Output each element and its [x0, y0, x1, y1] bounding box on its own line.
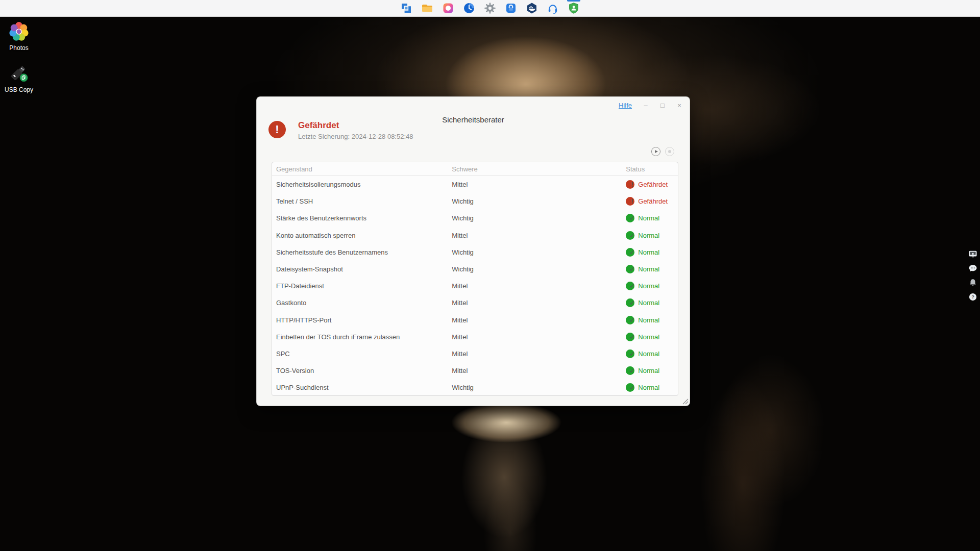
security-advisor-icon[interactable]	[568, 0, 580, 16]
usb-stick-icon	[8, 62, 30, 85]
row-status-label: Gefährdet	[638, 181, 668, 188]
table-header-row: Gegenstand Schwere Status	[272, 162, 678, 176]
table-row[interactable]: Stärke des Benutzerkennworts Wichtig Nor…	[272, 210, 678, 227]
danger-exclamation-icon: !	[268, 121, 286, 138]
table-row[interactable]: HTTP/HTTPS-Port Mittel Normal	[272, 312, 678, 329]
status-icon	[626, 349, 634, 358]
status-icon	[626, 214, 634, 222]
row-status-label: Normal	[638, 282, 659, 290]
row-item-label: Stärke des Benutzerkennworts	[272, 214, 448, 222]
row-status-cell: Normal	[622, 383, 678, 392]
row-status-label: Normal	[638, 265, 659, 273]
row-status-cell: Normal	[622, 265, 678, 273]
settings-gear-icon[interactable]	[484, 0, 496, 16]
maximize-button[interactable]: □	[659, 102, 666, 109]
table-row[interactable]: SPC Mittel Normal	[272, 345, 678, 362]
status-icon	[626, 366, 634, 375]
row-status-cell: Normal	[622, 298, 678, 307]
photos-app-icon[interactable]	[442, 0, 454, 16]
column-header-severity: Schwere	[448, 165, 622, 173]
row-severity-label: Wichtig	[448, 197, 622, 205]
row-severity-label: Mittel	[448, 299, 622, 307]
desktop-icon-label: USB Copy	[5, 86, 33, 93]
row-item-label: Konto automatisch sperren	[272, 232, 448, 239]
security-advisor-window: Hilfe – □ × Sicherheitsberater ! Gefährd…	[256, 96, 690, 406]
row-item-label: Dateisystem-Snapshot	[272, 265, 448, 273]
backup-clock-icon[interactable]	[463, 0, 475, 16]
row-status-cell: Gefährdet	[622, 197, 678, 206]
table-row[interactable]: Sicherheitsstufe des Benutzernamens Wich…	[272, 244, 678, 261]
window-titlebar[interactable]: Hilfe – □ ×	[257, 97, 690, 112]
row-status-cell: Normal	[622, 231, 678, 240]
status-icon	[626, 282, 634, 290]
table-row[interactable]: FTP-Dateidienst Mittel Normal	[272, 278, 678, 294]
table-row[interactable]: UPnP-Suchdienst Wichtig Normal	[272, 379, 678, 396]
row-status-cell: Normal	[622, 248, 678, 257]
table-row[interactable]: Gastkonto Mittel Normal	[272, 294, 678, 311]
row-status-label: Normal	[638, 333, 659, 341]
svg-text:?: ?	[971, 294, 974, 299]
row-severity-label: Mittel	[448, 350, 622, 358]
status-icon	[626, 333, 634, 341]
desktop-icon-usb-copy[interactable]: USB Copy	[0, 62, 38, 93]
row-item-label: UPnP-Suchdienst	[272, 384, 448, 391]
tos-desktop-icon[interactable]	[400, 0, 412, 16]
row-severity-label: Mittel	[448, 316, 622, 324]
app-center-icon[interactable]	[505, 0, 517, 16]
row-item-label: Gastkonto	[272, 299, 448, 307]
taskbar-icon-group	[400, 0, 580, 16]
status-icon	[626, 298, 634, 307]
status-icon	[626, 231, 634, 240]
row-severity-label: Mittel	[448, 181, 622, 188]
row-severity-label: Mittel	[448, 333, 622, 341]
table-body: Sicherheitsisolierungsmodus Mittel Gefäh…	[272, 176, 678, 396]
play-scan-icon[interactable]	[651, 147, 660, 156]
row-status-cell: Normal	[622, 366, 678, 375]
row-severity-label: Mittel	[448, 232, 622, 239]
overall-status: Gefährdet	[298, 120, 339, 131]
side-panel: ?	[968, 249, 977, 302]
row-status-label: Normal	[638, 248, 659, 256]
docker-icon[interactable]	[526, 0, 538, 16]
desktop-icon-photos[interactable]: Photos	[0, 20, 38, 52]
photos-flower-icon	[8, 20, 30, 43]
row-severity-label: Mittel	[448, 367, 622, 374]
table-row[interactable]: Sicherheitsisolierungsmodus Mittel Gefäh…	[272, 176, 678, 193]
notifications-bell-icon[interactable]	[968, 278, 977, 287]
minimize-button[interactable]: –	[643, 102, 649, 109]
table-row[interactable]: Telnet / SSH Wichtig Gefährdet	[272, 193, 678, 210]
row-status-label: Normal	[638, 316, 659, 324]
row-status-label: Normal	[638, 350, 659, 358]
table-row[interactable]: Konto automatisch sperren Mittel Normal	[272, 227, 678, 244]
status-icon	[626, 248, 634, 257]
resize-handle[interactable]	[682, 398, 689, 405]
table-row[interactable]: TOS-Version Mittel Normal	[272, 362, 678, 379]
row-status-cell: Gefährdet	[622, 180, 678, 189]
row-severity-label: Wichtig	[448, 248, 622, 256]
row-item-label: HTTP/HTTPS-Port	[272, 316, 448, 324]
table-row[interactable]: Einbetten der TOS durch iFrame zulassen …	[272, 329, 678, 345]
row-status-cell: Normal	[622, 282, 678, 290]
row-status-cell: Normal	[622, 316, 678, 324]
row-status-label: Normal	[638, 232, 659, 239]
last-scan-text: Letzte Sicherung: 2024-12-28 08:52:48	[298, 133, 413, 140]
help-question-icon[interactable]: ?	[968, 292, 977, 302]
row-item-label: Einbetten der TOS durch iFrame zulassen	[272, 333, 448, 341]
row-item-label: SPC	[272, 350, 448, 358]
close-button[interactable]: ×	[676, 102, 682, 109]
remote-desktop-icon[interactable]	[968, 249, 977, 259]
messages-icon[interactable]	[968, 264, 977, 273]
help-link[interactable]: Hilfe	[619, 102, 632, 109]
row-status-cell: Normal	[622, 349, 678, 358]
desktop-icon-label: Photos	[9, 44, 28, 52]
row-status-label: Normal	[638, 299, 659, 307]
status-icon	[626, 383, 634, 392]
row-severity-label: Wichtig	[448, 265, 622, 273]
support-headset-icon[interactable]	[547, 0, 559, 16]
file-manager-icon[interactable]	[421, 0, 433, 16]
row-status-cell: Normal	[622, 333, 678, 341]
table-row[interactable]: Dateisystem-Snapshot Wichtig Normal	[272, 261, 678, 278]
column-header-item: Gegenstand	[272, 165, 448, 173]
status-icon	[626, 265, 634, 273]
row-status-label: Normal	[638, 214, 659, 222]
